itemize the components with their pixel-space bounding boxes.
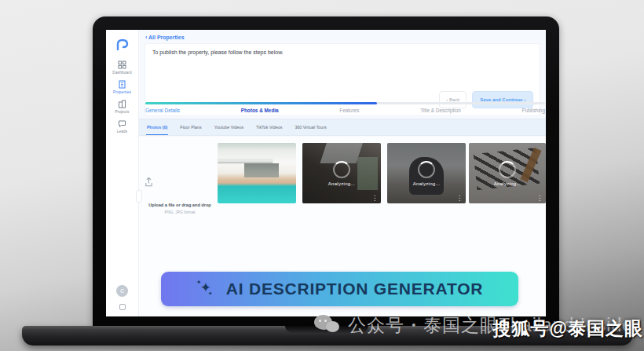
- step-features[interactable]: Features: [339, 108, 359, 113]
- thumbnail-armchair[interactable]: Analyzing... ⋮: [387, 143, 466, 203]
- building-icon: [118, 80, 126, 89]
- sidebar-item-projects[interactable]: Projects: [115, 100, 129, 114]
- save-and-continue-button[interactable]: Save and Continue ›: [472, 91, 533, 108]
- laptop-lid-notch: [285, 326, 368, 333]
- upload-instruction: Upload a file or drag and drop: [143, 203, 217, 207]
- upload-format-hint: PNG, JPG format: [143, 210, 217, 214]
- thumbnail-living-room[interactable]: Analyzing... ⋮: [302, 143, 381, 203]
- leads-chat-icon: [118, 119, 126, 128]
- spinner-icon: [418, 161, 435, 178]
- thumbnail-pool-villa[interactable]: [218, 143, 296, 203]
- step-title-description[interactable]: Title & Description: [420, 108, 461, 113]
- upload-icon: [143, 176, 155, 188]
- sidebar-bottom: C: [106, 285, 138, 310]
- app-window: Dashboard Properties Projects: [106, 30, 546, 316]
- sparkles-icon: ✦ ✦ ✦: [196, 279, 217, 299]
- more-options-icon[interactable]: ⋮: [371, 196, 378, 202]
- user-avatar[interactable]: C: [116, 285, 128, 297]
- tab-floor-plans[interactable]: Floor Plans: [179, 120, 202, 134]
- ai-description-generator-banner: ✦ ✦ ✦ AI DESCRIPTION GENERATOR: [161, 272, 518, 306]
- main-panel: ‹ All Properties To publish the property…: [139, 30, 546, 316]
- scene: Dashboard Properties Projects: [0, 0, 644, 351]
- dashboard-grid-icon: [118, 60, 126, 69]
- progress-bar-fill: [145, 102, 377, 104]
- tab-tiktok-videos[interactable]: TikTok Videos: [255, 120, 283, 134]
- header-buttons: ‹ Back Save and Continue ›: [439, 91, 533, 108]
- tab-youtube-videos[interactable]: Youtube Videos: [214, 120, 244, 134]
- analyzing-overlay: Analyzing... ⋮: [469, 143, 546, 203]
- settings-icon[interactable]: [119, 304, 126, 310]
- analyzing-overlay: Analyzing... ⋮: [387, 143, 466, 203]
- brand-logo-icon: [115, 37, 130, 53]
- instruction-text: To publish the property, please follow t…: [152, 49, 284, 55]
- sidebar: Dashboard Properties Projects: [106, 30, 139, 316]
- sidebar-item-label: Projects: [115, 110, 129, 114]
- upload-dropzone[interactable]: Upload a file or drag and drop PNG, JPG …: [143, 176, 217, 214]
- spinner-icon: [499, 161, 516, 178]
- analyzing-label: Analyzing...: [413, 181, 441, 186]
- step-publishing[interactable]: Publishing: [521, 108, 545, 113]
- more-options-icon[interactable]: ⋮: [456, 196, 463, 202]
- banner-caption: automates descriptions directly from ima…: [139, 314, 546, 316]
- analyzing-overlay: Analyzing... ⋮: [302, 143, 381, 203]
- sidebar-item-label: Leads: [117, 130, 128, 133]
- spinner-icon: [333, 161, 350, 178]
- tab-360-tours[interactable]: 360 Virtual Tours: [294, 120, 327, 134]
- progress-bar-track: [145, 102, 545, 104]
- banner-title: AI DESCRIPTION GENERATOR: [226, 280, 484, 298]
- buildings-icon: [118, 100, 126, 108]
- sidebar-item-label: Dashboard: [112, 71, 131, 75]
- back-button[interactable]: ‹ Back: [439, 91, 467, 108]
- sidebar-item-label: Properties: [113, 90, 131, 94]
- thumbnail-staircase[interactable]: Analyzing... ⋮: [469, 143, 546, 203]
- sidebar-nav: Dashboard Properties Projects: [112, 60, 131, 133]
- sidebar-item-dashboard[interactable]: Dashboard: [112, 60, 131, 75]
- analyzing-label: Analyzing...: [494, 181, 521, 186]
- tab-photos[interactable]: Photos (0): [146, 120, 168, 135]
- analyzing-label: Analyzing...: [328, 181, 356, 186]
- media-subtabs: Photos (0) Floor Plans Youtube Videos Ti…: [139, 119, 546, 136]
- panel-handle[interactable]: [136, 190, 142, 203]
- villa-glass-shape: [244, 163, 279, 177]
- step-general-details[interactable]: General Details: [145, 108, 180, 113]
- publish-steps-card: To publish the property, please follow t…: [145, 43, 540, 116]
- photos-content: Upload a file or drag and drop PNG, JPG …: [139, 137, 546, 316]
- laptop-base: [22, 326, 633, 346]
- villa-roof-shape: [218, 159, 273, 162]
- stepper: General Details Photos & Media Features …: [145, 108, 545, 113]
- breadcrumb[interactable]: ‹ All Properties: [145, 35, 185, 40]
- laptop-screen-bezel: Dashboard Properties Projects: [93, 16, 559, 327]
- step-photos-media[interactable]: Photos & Media: [241, 108, 279, 113]
- sidebar-item-leads[interactable]: Leads: [117, 119, 128, 133]
- sidebar-item-properties[interactable]: Properties: [113, 80, 131, 94]
- more-options-icon[interactable]: ⋮: [536, 196, 543, 202]
